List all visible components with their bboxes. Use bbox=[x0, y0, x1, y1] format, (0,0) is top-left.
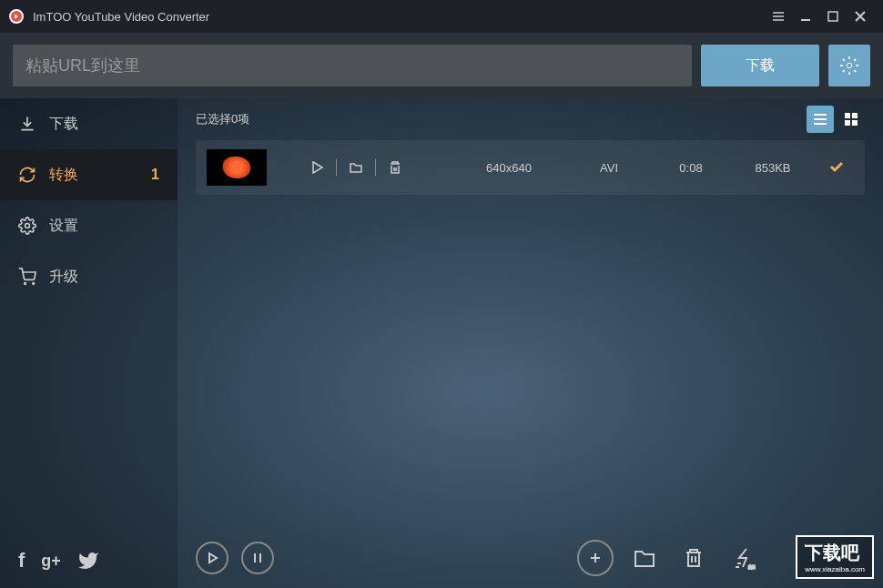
start-button[interactable] bbox=[196, 542, 228, 574]
list-item[interactable]: 640x640 AVI 0:08 853KB bbox=[196, 140, 865, 195]
maximize-button[interactable] bbox=[819, 3, 847, 30]
clean-button[interactable]: 100% bbox=[725, 540, 761, 576]
svg-text:100%: 100% bbox=[748, 564, 756, 570]
delete-button[interactable] bbox=[381, 154, 409, 181]
sidebar-item-upgrade[interactable]: 升级 bbox=[0, 251, 178, 302]
filesize: 853KB bbox=[736, 161, 809, 175]
sidebar-item-convert[interactable]: 转换 1 bbox=[0, 149, 178, 200]
app-icon bbox=[9, 9, 24, 24]
folder-button[interactable] bbox=[342, 154, 370, 181]
svg-rect-9 bbox=[852, 113, 858, 118]
menu-button[interactable] bbox=[765, 3, 792, 30]
duration: 0:08 bbox=[655, 161, 727, 175]
svg-point-2 bbox=[25, 224, 30, 228]
sidebar-item-label: 转换 bbox=[49, 166, 78, 185]
svg-point-1 bbox=[847, 63, 852, 68]
svg-rect-7 bbox=[814, 123, 827, 125]
sidebar-item-download[interactable]: 下载 bbox=[0, 98, 178, 149]
cart-icon bbox=[18, 268, 36, 286]
googleplus-icon[interactable]: g+ bbox=[41, 552, 61, 571]
svg-rect-8 bbox=[845, 113, 850, 118]
sidebar-item-label: 下载 bbox=[49, 115, 78, 134]
bottom-toolbar: 100% bbox=[178, 528, 883, 588]
sidebar-item-label: 设置 bbox=[49, 217, 78, 236]
sidebar-item-label: 升级 bbox=[49, 268, 78, 287]
settings-button[interactable] bbox=[828, 45, 870, 86]
gear-icon bbox=[18, 217, 36, 235]
play-button[interactable] bbox=[303, 154, 330, 181]
add-button[interactable] bbox=[577, 540, 614, 576]
sidebar-badge: 1 bbox=[151, 167, 159, 183]
facebook-icon[interactable]: f bbox=[18, 549, 25, 573]
item-list: 640x640 AVI 0:08 853KB bbox=[178, 140, 883, 528]
download-icon bbox=[18, 115, 36, 133]
svg-point-3 bbox=[25, 283, 26, 285]
gear-icon bbox=[839, 56, 859, 76]
grid-view-button[interactable] bbox=[837, 106, 865, 133]
main-panel: 已选择0项 640x640 AVI 0:0 bbox=[178, 98, 883, 588]
list-view-button[interactable] bbox=[807, 106, 834, 133]
titlebar: ImTOO YouTube Video Converter bbox=[0, 0, 883, 33]
social-links: f g+ bbox=[0, 533, 178, 588]
svg-point-4 bbox=[33, 283, 35, 285]
close-button[interactable] bbox=[847, 3, 874, 30]
trash-button[interactable] bbox=[675, 540, 712, 576]
thumbnail bbox=[207, 149, 267, 186]
minimize-button[interactable] bbox=[792, 3, 819, 30]
open-folder-button[interactable] bbox=[626, 540, 663, 576]
convert-icon bbox=[18, 166, 36, 184]
download-button[interactable]: 下载 bbox=[701, 45, 819, 86]
svg-rect-10 bbox=[845, 120, 850, 126]
sidebar: 下载 转换 1 设置 升级 f g+ bbox=[0, 98, 178, 588]
watermark: 下载吧 www.xiazaiba.com bbox=[796, 535, 874, 579]
sidebar-item-settings[interactable]: 设置 bbox=[0, 200, 178, 251]
url-input[interactable] bbox=[13, 45, 692, 86]
app-title: ImTOO YouTube Video Converter bbox=[33, 10, 765, 24]
twitter-icon[interactable] bbox=[77, 550, 99, 572]
pause-button[interactable] bbox=[241, 542, 274, 574]
check-icon bbox=[828, 158, 845, 177]
svg-rect-11 bbox=[852, 120, 858, 126]
svg-rect-6 bbox=[814, 118, 827, 120]
format: AVI bbox=[573, 161, 645, 175]
resolution: 640x640 bbox=[454, 161, 563, 175]
svg-rect-5 bbox=[814, 114, 827, 116]
svg-rect-0 bbox=[828, 12, 837, 21]
selection-count: 已选择0项 bbox=[196, 111, 249, 127]
url-bar: 下载 bbox=[0, 33, 883, 98]
list-header: 已选择0项 bbox=[178, 98, 883, 140]
